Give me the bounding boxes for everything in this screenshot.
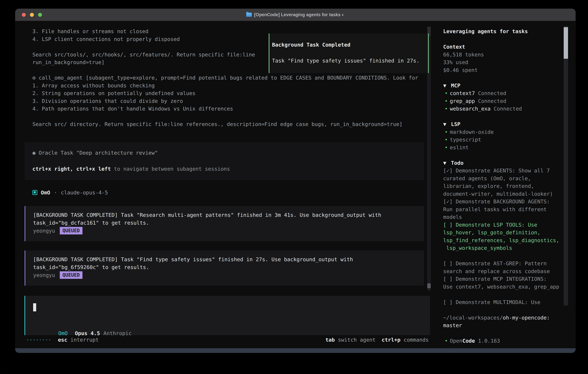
- background-task-message: [BACKGROUND TASK COMPLETED] Task "Resear…: [25, 206, 424, 241]
- mcp-item-name: grep_app: [450, 98, 475, 104]
- workspace-path: ~/local-workspaces/oh-my-opencode:: [443, 314, 565, 322]
- bullet-icon: •: [445, 89, 450, 97]
- message-line: task_id="bg_dcfac161" to get results.: [33, 219, 149, 227]
- title-bar[interactable]: [OpenCode] Leveraging agents for tasks ◐: [15, 9, 576, 21]
- status-badge: QUEUED: [60, 271, 83, 279]
- tool-call-text: call_omo_agent [subagent_type=explore, p…: [36, 75, 418, 81]
- terminal-line: 1. Array access without bounds checking: [32, 82, 155, 90]
- todo-line: [ ] Demonstrate MULTIMODAL: Use: [443, 298, 565, 306]
- terminal-window: [OpenCode] Leveraging agents for tasks ◐…: [15, 9, 576, 353]
- todo-line: curated agents (OmO, oracle,: [443, 175, 565, 182]
- background-task-message: [BACKGROUND TASK COMPLETED] Task "Find t…: [25, 250, 424, 286]
- todo-line: [✓] Demonstrate AGENTS: Show all 7: [443, 167, 565, 175]
- minimize-button[interactable]: [30, 13, 34, 17]
- input-agent: OmO: [58, 330, 68, 336]
- workspace-branch: master: [443, 322, 565, 329]
- terminal-line: 2. String operations on potentially unde…: [32, 89, 195, 97]
- separator-dot: ·: [54, 190, 57, 196]
- screenshot-stage: [OpenCode] Leveraging agents for tasks ◐…: [0, 0, 588, 374]
- bullet-icon: •: [445, 128, 450, 136]
- text-cursor: [33, 303, 36, 311]
- terminal-line: 3. File handles or streams not closed: [32, 28, 148, 35]
- mcp-item-name: websearch_exa: [450, 106, 491, 112]
- todo-line: document-writer, multimodal-looker): [443, 190, 565, 198]
- mcp-item-status: Connected: [475, 98, 506, 104]
- terminal-line: 4. Path operations that don't handle Win…: [32, 105, 233, 113]
- bullet-icon: •: [445, 136, 450, 144]
- zoom-button[interactable]: [38, 13, 42, 17]
- spinner-dots-icon: ········: [26, 337, 51, 343]
- mcp-item: •grep_app Connected: [443, 97, 565, 105]
- terminal-line: run_in_background=true]: [32, 58, 105, 66]
- agent-name: OmO: [41, 190, 50, 196]
- lsp-item: •markdown-oxide: [443, 128, 565, 136]
- chevron-down-icon: ▼: [443, 82, 451, 90]
- chevron-down-icon: ▼: [443, 159, 451, 167]
- main-scrollbar-thumb[interactable]: [427, 283, 431, 288]
- lsp-item: •typescript: [443, 136, 565, 144]
- version-row: •OpenCode 1.0.163: [443, 337, 565, 345]
- agent-checkbox-icon: [32, 190, 37, 195]
- hint-text: to navigate between subagent sessions: [111, 166, 230, 172]
- tab-key-hint: tab: [326, 337, 335, 343]
- lsp-item-name: typescript: [450, 137, 481, 143]
- todo-line: [ ] Demonstrate MCP INTEGRATIONS:: [443, 275, 565, 283]
- tool-call-line: ⚙ call_omo_agent [subagent_type=explore,…: [32, 74, 418, 82]
- oracle-task-panel: ◉ Oracle Task "Deep architecture review"…: [25, 142, 424, 180]
- prompt-input[interactable]: OmOOpus 4.5Anthropic: [24, 296, 430, 335]
- lsp-section-header[interactable]: ▼LSP: [443, 120, 565, 128]
- folder-icon: [246, 13, 252, 17]
- status-bar-left: ········ esc interrupt: [26, 336, 99, 344]
- esc-action-label: interrupt: [67, 337, 99, 343]
- message-author: yeongyu: [33, 272, 55, 278]
- record-icon: ◉: [32, 150, 36, 156]
- background-task-toast: Background Task Completed Task "Find typ…: [269, 33, 429, 73]
- context-header: Context: [443, 43, 565, 51]
- input-meta: OmOOpus 4.5Anthropic: [33, 322, 132, 330]
- mcp-item-status: Connected: [475, 90, 506, 96]
- session-title: Leveraging agents for tasks: [443, 28, 565, 35]
- message-line: task_id="bg_6f59260c" to get results.: [33, 263, 149, 271]
- oracle-task-title: ◉ Oracle Task "Deep architecture review": [32, 149, 424, 157]
- lsp-item: •eslint: [443, 144, 565, 151]
- sidebar: Leveraging agents for tasks Context 66,5…: [443, 28, 565, 345]
- hint-keys: ctrl+x right, ctrl+x left: [32, 166, 111, 172]
- lsp-item-name: eslint: [450, 145, 469, 150]
- todo-line-active: lsp_hover, lsp_goto_definition,: [443, 229, 565, 237]
- agent-model: claude-opus-4-5: [61, 190, 108, 196]
- todo-line: librarian, explore, frontend,: [443, 182, 565, 190]
- terminal-line: Search src/tools/, src/hooks/, src/featu…: [32, 51, 255, 59]
- todo-line: Run parallel tasks with different: [443, 206, 565, 213]
- commands-key-hint: ctrl+p: [382, 337, 400, 343]
- toast-body: Task "Find type safety issues" finished …: [272, 57, 428, 65]
- gear-icon: ⚙: [32, 75, 36, 81]
- bullet-icon: •: [445, 105, 450, 113]
- agent-header: OmO · claude-opus-4-5: [32, 189, 108, 197]
- context-tokens: 66,518 tokens: [443, 51, 565, 59]
- mcp-item-status: Connected: [491, 106, 522, 112]
- todo-line: [✓] Demonstrate BACKGROUND AGENTS:: [443, 198, 565, 206]
- todo-line: Use context7, websearch_exa, grep_app: [443, 283, 565, 291]
- bullet-icon: •: [445, 97, 450, 105]
- message-line: [BACKGROUND TASK COMPLETED] Task "Resear…: [33, 211, 381, 219]
- todo-line: models: [443, 213, 565, 221]
- toast-title: Background Task Completed: [272, 41, 428, 49]
- chevron-down-icon: ▼: [443, 120, 451, 128]
- todo-line-active: [ ] Demonstrate LSP TOOLS: Use: [443, 221, 565, 229]
- context-used: 33% used: [443, 58, 565, 66]
- mcp-item: •context7 Connected: [443, 89, 565, 97]
- window-title: [OpenCode] Leveraging agents for tasks ◐: [254, 12, 345, 17]
- todo-section-header[interactable]: ▼Todo: [443, 159, 565, 167]
- todo-line-active: lsp_workspace_symbols: [443, 244, 565, 252]
- lsp-item-name: markdown-oxide: [450, 129, 494, 135]
- close-button[interactable]: [22, 13, 26, 17]
- mcp-item: •websearch_exa Connected: [443, 105, 565, 113]
- context-spent: $0.46 spent: [443, 66, 565, 74]
- todo-line-active: lsp_find_references, lsp_diagnostics,: [443, 237, 565, 244]
- terminal-line: 4. LSP client connections not properly d…: [32, 35, 180, 43]
- message-line: [BACKGROUND TASK COMPLETED] Task "Find t…: [33, 256, 353, 263]
- input-model: Opus 4.5: [75, 330, 100, 336]
- mcp-section-header[interactable]: ▼MCP: [443, 82, 565, 90]
- bullet-icon: •: [445, 337, 450, 345]
- message-author: yeongyu: [33, 228, 55, 234]
